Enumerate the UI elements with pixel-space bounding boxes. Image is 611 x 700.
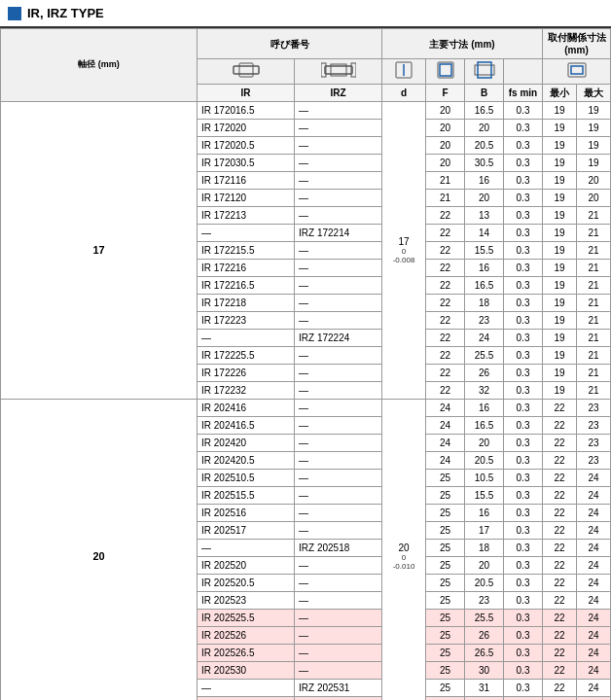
da-dim-icon	[566, 61, 588, 79]
b-cell: 20.5	[465, 137, 504, 155]
da-min-cell: 19	[543, 137, 577, 155]
b-cell: 10.5	[465, 470, 504, 487]
da-max-cell: 21	[577, 277, 611, 295]
irz-cell: —	[295, 487, 382, 505]
b-cell: 23	[465, 312, 504, 330]
ir-cell: IR 202517	[198, 522, 295, 540]
fs-cell: 0.3	[504, 400, 543, 417]
ir-icon-cell	[198, 59, 295, 85]
da-max-cell: 24	[577, 610, 611, 627]
da-max-cell: 21	[577, 347, 611, 365]
d-icon-cell	[382, 59, 426, 85]
f-cell: 25	[426, 697, 465, 701]
f-cell: 24	[426, 435, 465, 452]
ir-cell: IR 202526.5	[198, 645, 295, 662]
title-icon	[8, 7, 21, 20]
b-cell: 15.5	[465, 487, 504, 505]
irz-cell: —	[295, 347, 382, 365]
b-cell: 16	[465, 260, 504, 277]
b-cell: 26.5	[465, 645, 504, 662]
da-min-cell: 19	[543, 242, 577, 260]
axis-cell: 17	[1, 102, 198, 400]
da-max-cell: 24	[577, 540, 611, 557]
irz-cell: —	[295, 207, 382, 225]
da-min-cell: 22	[543, 645, 577, 662]
irz-cell: IRZ 172214	[295, 225, 382, 242]
da-min-cell: 22	[543, 470, 577, 487]
da-max-cell: 19	[577, 102, 611, 120]
b-cell: 16	[465, 172, 504, 190]
f-cell: 20	[426, 120, 465, 137]
fs-cell: 0.3	[504, 627, 543, 645]
fs-cell: 0.3	[504, 417, 543, 435]
f-cell: 25	[426, 610, 465, 627]
axis-cell: 20	[1, 400, 198, 701]
f-cell: 21	[426, 190, 465, 207]
da-min-cell: 19	[543, 225, 577, 242]
b-cell: 24	[465, 330, 504, 347]
b-cell: 20.5	[465, 575, 504, 592]
b-cell: 20	[465, 435, 504, 452]
table-row: 17IR 172016.5—170-0.0082016.50.31919	[1, 102, 611, 120]
fs-cell: 0.3	[504, 697, 543, 701]
ir-cell: IR 202525.5	[198, 610, 295, 627]
f-cell: 21	[426, 172, 465, 190]
da-max-cell: 21	[577, 330, 611, 347]
da-max-cell: 21	[577, 312, 611, 330]
ir-cell: IR 202532	[198, 697, 295, 701]
fs-cell: 0.3	[504, 680, 543, 697]
fs-cell: 0.3	[504, 505, 543, 522]
irz-cell: —	[295, 417, 382, 435]
b-cell: 20	[465, 120, 504, 137]
main-dims-header: 主要寸法 (mm)	[382, 29, 543, 59]
da-min-cell: 22	[543, 417, 577, 435]
da-min-cell: 22	[543, 627, 577, 645]
d-dim-icon	[395, 61, 413, 79]
ir-cell: IR 172213	[198, 207, 295, 225]
da-max-cell: 20	[577, 190, 611, 207]
b-cell: 13	[465, 207, 504, 225]
page-title: IR, IRZ TYPE	[0, 0, 611, 28]
irz-cell: —	[295, 610, 382, 627]
irz-cell: —	[295, 312, 382, 330]
f-cell: 22	[426, 330, 465, 347]
fs-cell: 0.3	[504, 487, 543, 505]
svg-rect-0	[234, 66, 259, 74]
f-cell: 20	[426, 102, 465, 120]
fs-cell: 0.3	[504, 295, 543, 312]
fs-cell: 0.3	[504, 190, 543, 207]
b-cell: 15.5	[465, 242, 504, 260]
fs-icon-cell	[504, 59, 543, 85]
f-cell: 22	[426, 225, 465, 242]
ir-cell: IR 202520	[198, 557, 295, 575]
da-max-cell: 24	[577, 557, 611, 575]
da-max-cell: 21	[577, 225, 611, 242]
irz-cell: —	[295, 435, 382, 452]
ir-cell: IR 202515.5	[198, 487, 295, 505]
irz-icon-cell	[295, 59, 382, 85]
f-cell: 20	[426, 155, 465, 172]
b-cell: 30	[465, 662, 504, 680]
fs-cell: 0.3	[504, 452, 543, 470]
b-cell: 30.5	[465, 155, 504, 172]
fs-cell: 0.3	[504, 575, 543, 592]
ir-cell: IR 172120	[198, 190, 295, 207]
ir-cell: IR 172216	[198, 260, 295, 277]
fs-cell: 0.3	[504, 137, 543, 155]
b-cell: 31	[465, 680, 504, 697]
f-cell: 25	[426, 592, 465, 610]
irz-cell: —	[295, 400, 382, 417]
da-max-cell: 24	[577, 680, 611, 697]
da-max-cell: 24	[577, 522, 611, 540]
fs-cell: 0.3	[504, 172, 543, 190]
b-cell: 25.5	[465, 610, 504, 627]
fs-cell: 0.3	[504, 557, 543, 575]
da-max-cell: 24	[577, 645, 611, 662]
f-cell: 25	[426, 557, 465, 575]
da-max-cell: 21	[577, 295, 611, 312]
da-min-cell: 19	[543, 295, 577, 312]
b-cell: 26	[465, 365, 504, 382]
ir-cell: IR 172223	[198, 312, 295, 330]
irz-cell: —	[295, 522, 382, 540]
irz-cell: —	[295, 172, 382, 190]
